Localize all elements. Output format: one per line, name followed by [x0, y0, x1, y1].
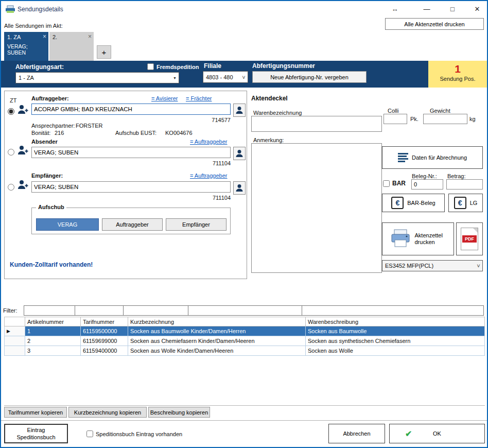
- speditionsbuch-checkbox[interactable]: [86, 430, 93, 437]
- cell-warenbeschreibung[interactable]: Socken aus Baumwolle: [306, 326, 485, 336]
- bar-checkbox[interactable]: [383, 180, 390, 187]
- beleg-nr-label: Beleg-Nr.:: [412, 173, 437, 179]
- table-row[interactable]: 3 61159400000 Socken aus Wolle Kinder/Da…: [5, 346, 485, 356]
- tab-shipment-1[interactable]: 1. ZA VERAG; SUBEN ×: [4, 32, 48, 61]
- cell-warenbeschreibung[interactable]: Socken aus Wolle: [306, 346, 485, 356]
- print-all-aktenzettel-button[interactable]: Alle Aktenzettel drucken: [385, 18, 484, 30]
- cell-warenbeschreibung[interactable]: Socken aus synthetischen Chemiefasern: [306, 336, 485, 346]
- table-row[interactable]: 2 61159699000 Socken aus Chemiefasern Ki…: [5, 336, 485, 346]
- empfaenger-input[interactable]: [31, 181, 231, 193]
- column-header-kurzbezeichnung[interactable]: Kurzbezeichnung: [128, 317, 306, 326]
- aufschub-label: Aufschub: [36, 204, 66, 210]
- copy-tarifnummer-button[interactable]: Tarifnummer kopieren: [4, 407, 67, 418]
- copy-beschreibung-button[interactable]: Beschreibung kopieren: [148, 407, 210, 418]
- empfaenger-contact-button[interactable]: [233, 181, 246, 195]
- column-header-artikelnummer[interactable]: Artikelnummer: [25, 317, 81, 326]
- table-row[interactable]: ▶ 1 61159500000 Socken aus Baumwolle Kin…: [5, 326, 485, 336]
- aktenzettel-drucken-button[interactable]: Aktenzettel drucken: [382, 222, 454, 255]
- tab2-close-icon[interactable]: ×: [88, 33, 92, 40]
- printer-select[interactable]: ES3452 MFP(PCL) ˅: [382, 260, 483, 271]
- cell-kurzbezeichnung[interactable]: Socken aus Wolle Kinder/Damen/Heeren: [128, 346, 306, 356]
- ansprechpartner-label: Ansprechpartner:: [31, 123, 75, 129]
- absender-contact-button[interactable]: [233, 147, 246, 160]
- absender-auftraggeber-link[interactable]: = Auftraggeber: [190, 139, 227, 145]
- avisierer-link[interactable]: = Avisierer: [151, 95, 178, 101]
- row-marker-icon: ▶: [7, 329, 10, 334]
- aufschub-verag-button[interactable]: VERAG: [36, 218, 99, 231]
- colli-input[interactable]: [384, 114, 407, 124]
- aufschub-eust-value: KO004676: [165, 130, 193, 136]
- filter-input-5[interactable]: [302, 305, 484, 316]
- speditionsbuch-label: Speditionsbuch Eintrag vorhanden: [96, 431, 182, 437]
- cell-artikelnummer[interactable]: 1: [25, 326, 81, 336]
- column-header-tarifnummer[interactable]: Tarifnummer: [81, 317, 128, 326]
- ansprechpartner-value: FORSTER: [76, 123, 103, 129]
- cell-tarifnummer[interactable]: 61159400000: [81, 346, 128, 356]
- filiale-select[interactable]: 4803 - 480 ˅: [203, 71, 248, 83]
- abfertigung-band: Abfertigungsart: Fremdspedition 1 - ZA ▼…: [1, 61, 487, 88]
- sendung-pos-label: Sendung Pos.: [428, 76, 487, 82]
- filter-input-1[interactable]: [24, 305, 75, 316]
- betrag-input[interactable]: [446, 179, 483, 189]
- cell-kurzbezeichnung[interactable]: Socken aus Chemiefasern Kinder/Damen/Hee…: [128, 336, 306, 346]
- add-tab-button[interactable]: +: [97, 45, 111, 59]
- warenbezeichnung-input[interactable]: [251, 116, 382, 132]
- anmerkung-textarea[interactable]: [251, 143, 382, 273]
- pdf-button[interactable]: PDF: [456, 222, 483, 255]
- cell-tarifnummer[interactable]: 61159500000: [81, 326, 128, 336]
- euro-icon: €: [391, 197, 404, 209]
- aufschub-empfaenger-button[interactable]: Empfänger: [166, 218, 226, 231]
- abbrechen-button[interactable]: Abbrechen: [328, 424, 385, 443]
- ok-button[interactable]: ✔ OK: [389, 424, 485, 443]
- cell-artikelnummer[interactable]: 2: [25, 336, 81, 346]
- gewicht-label: Gewicht: [430, 108, 450, 114]
- beleg-nr-input[interactable]: [411, 179, 443, 189]
- list-icon: [398, 153, 408, 162]
- fremdspedition-checkbox[interactable]: [147, 63, 154, 70]
- title-bar[interactable]: Sendungsdetails ↔ — □ ✕: [1, 1, 487, 18]
- aufschub-auftraggeber-button[interactable]: Auftraggeber: [102, 218, 163, 231]
- fremdspedition-label: Fremdspedition: [156, 64, 199, 70]
- tab1-close-icon[interactable]: ×: [43, 33, 46, 40]
- filter-input-3[interactable]: [123, 305, 188, 316]
- cell-artikelnummer[interactable]: 3: [25, 346, 81, 356]
- filter-input-2[interactable]: [75, 305, 124, 316]
- daten-abrechnung-button[interactable]: Daten für Abrechnung: [382, 146, 483, 169]
- maximize-button[interactable]: □: [445, 3, 460, 15]
- footer-bar: Eintrag Speditionsbuch Speditionsbuch Ei…: [1, 420, 487, 447]
- resize-icon[interactable]: ↔: [387, 3, 403, 15]
- bar-label: BAR: [392, 180, 406, 187]
- ok-label: OK: [433, 430, 441, 437]
- empfaenger-auftraggeber-link[interactable]: = Auftraggeber: [190, 173, 227, 179]
- minimize-button[interactable]: —: [419, 3, 434, 15]
- gewicht-input[interactable]: [423, 114, 467, 124]
- empfaenger-radio[interactable]: [8, 184, 14, 191]
- copy-kurzbezeichnung-button[interactable]: Kurzbezeichnung kopieren: [68, 407, 147, 418]
- auftraggeber-radio[interactable]: [8, 108, 14, 115]
- printer-value: ES3452 MFP(PCL): [382, 263, 475, 269]
- abfertigungsart-select[interactable]: 1 - ZA ▼: [15, 72, 179, 83]
- auftraggeber-input[interactable]: [31, 104, 231, 115]
- lg-button[interactable]: € LG: [448, 194, 483, 212]
- empfaenger-label: Empfänger:: [31, 173, 63, 179]
- column-header-warenbeschreibung[interactable]: Warenbeschreibung: [306, 317, 485, 326]
- tab-shipment-2[interactable]: 2. ×: [49, 32, 94, 61]
- cell-tarifnummer[interactable]: 61159699000: [81, 336, 128, 346]
- absender-input[interactable]: [31, 147, 231, 158]
- eintrag-speditionsbuch-button[interactable]: Eintrag Speditionsbuch: [4, 424, 68, 443]
- empfaenger-number: 711104: [31, 195, 231, 201]
- abfertigungsart-value: 1 - ZA: [16, 75, 171, 81]
- tab1-subtitle: VERAG; SUBEN: [7, 43, 40, 56]
- pdf-icon: PDF: [461, 228, 478, 250]
- bonitaet-value: 216: [55, 130, 64, 136]
- person-icon: [236, 184, 243, 192]
- bar-beleg-button[interactable]: € BAR-Beleg: [382, 194, 445, 212]
- fraechter-link[interactable]: = Frächter: [186, 95, 212, 101]
- absender-radio[interactable]: [8, 149, 14, 156]
- cell-kurzbezeichnung[interactable]: Socken aus Baumwolle Kinder/Damen/Herren: [128, 326, 306, 336]
- add-contact-icon: [16, 104, 29, 117]
- filter-input-4[interactable]: [188, 305, 302, 316]
- neue-abfertigungsnummer-button[interactable]: Neue Abfertigung-Nr. vergeben: [252, 71, 367, 83]
- close-button[interactable]: ✕: [469, 3, 485, 15]
- auftraggeber-contact-button[interactable]: [233, 104, 246, 117]
